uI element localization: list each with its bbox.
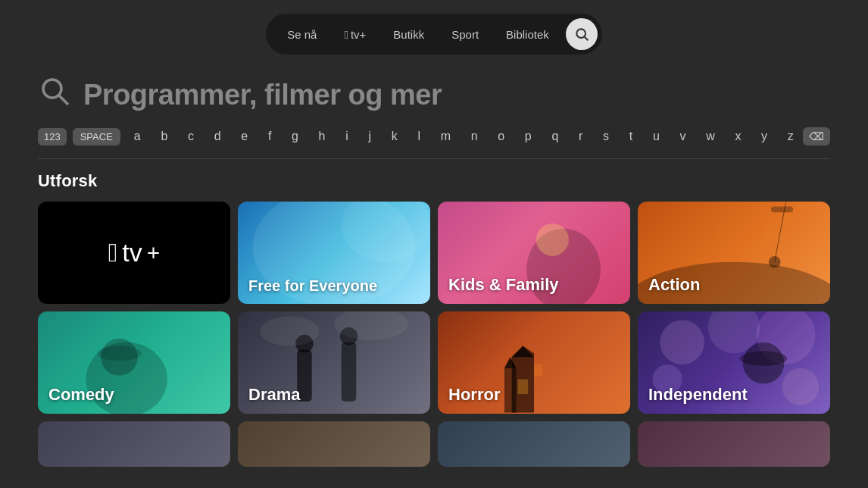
genre-label-independent: Independent	[648, 385, 748, 405]
genre-grid-row2: Comedy Drama Horror	[0, 304, 868, 414]
key-t[interactable]: t	[626, 127, 635, 146]
nav-item-bibliotek[interactable]: Bibliotek	[492, 22, 563, 47]
key-d[interactable]: d	[211, 127, 224, 146]
genre-label-horror: Horror	[448, 385, 500, 405]
genre-card-action[interactable]: Action	[638, 202, 830, 304]
key-a[interactable]: a	[131, 127, 144, 146]
svg-point-14	[97, 346, 142, 361]
svg-point-7	[536, 224, 569, 256]
key-x[interactable]: x	[732, 127, 744, 146]
genre-card-partial-3[interactable]	[438, 421, 630, 467]
keyboard-divider	[38, 158, 830, 159]
nav-apple-tv-label: tv+	[351, 28, 366, 41]
keys-alpha: a b c d e f g h i j k l m n o p q r s t …	[131, 127, 797, 146]
svg-point-27	[660, 320, 704, 364]
search-button[interactable]	[566, 18, 598, 50]
key-c[interactable]: c	[185, 127, 197, 146]
key-p[interactable]: p	[522, 127, 535, 146]
genre-card-free-for-everyone[interactable]: Free for Everyone	[238, 202, 430, 304]
key-g[interactable]: g	[289, 127, 301, 146]
genre-card-horror[interactable]: Horror	[438, 311, 630, 414]
utforsk-label: Utforsk	[0, 171, 868, 202]
svg-point-0	[576, 29, 585, 38]
key-h[interactable]: h	[316, 127, 329, 146]
genre-card-drama[interactable]: Drama	[238, 311, 430, 414]
svg-rect-26	[534, 364, 543, 377]
key-b[interactable]: b	[158, 127, 170, 146]
genre-card-apple-tv-plus[interactable]:  tv +	[38, 202, 230, 304]
search-large-icon	[38, 74, 71, 113]
svg-rect-11	[771, 206, 793, 212]
svg-line-3	[59, 95, 68, 105]
nav-item-butikk[interactable]: Butikk	[379, 22, 438, 47]
svg-point-2	[43, 80, 61, 98]
svg-point-33	[740, 351, 788, 366]
key-f[interactable]: f	[265, 127, 274, 146]
genre-grid-row1:  tv + Free for Everyone Kids & Family	[0, 202, 868, 304]
genre-label-drama: Drama	[248, 385, 300, 405]
key-w[interactable]: w	[703, 127, 718, 146]
svg-point-30	[782, 368, 820, 405]
nav-item-se-na[interactable]: Se nå	[273, 22, 330, 47]
key-m[interactable]: m	[438, 127, 454, 146]
key-n[interactable]: n	[468, 127, 481, 146]
apple-logo-icon: 	[344, 28, 348, 41]
nav-item-sport[interactable]: Sport	[438, 22, 492, 47]
tv-text: tv	[122, 238, 142, 267]
key-o[interactable]: o	[495, 127, 507, 146]
key-v[interactable]: v	[676, 127, 688, 146]
svg-rect-23	[518, 379, 529, 394]
key-k[interactable]: k	[389, 127, 401, 146]
key-z[interactable]: z	[785, 127, 797, 146]
nav-item-apple-tv-plus[interactable]:  tv+	[330, 22, 379, 47]
genre-card-comedy[interactable]: Comedy	[38, 311, 230, 414]
key-delete[interactable]: ⌫	[803, 127, 830, 145]
svg-point-10	[769, 256, 781, 268]
key-y[interactable]: y	[758, 127, 770, 146]
genre-label-kids-family: Kids & Family	[448, 275, 558, 295]
genre-grid-row3-partial	[0, 414, 868, 467]
apple-tv-plus-logo:  tv +	[108, 238, 160, 267]
key-q[interactable]: q	[548, 127, 561, 146]
svg-line-1	[585, 37, 589, 41]
key-u[interactable]: u	[650, 127, 663, 146]
keyboard-row: 123 SPACE a b c d e f g h i j k l m n o …	[0, 122, 868, 155]
genre-card-independent[interactable]: Independent	[638, 311, 830, 414]
genre-card-partial-1[interactable]	[38, 421, 230, 467]
top-navigation: Se nå  tv+ Butikk Sport Bibliotek	[0, 0, 868, 64]
plus-text: +	[147, 240, 161, 266]
genre-label-free-for-everyone: Free for Everyone	[248, 277, 377, 295]
svg-point-19	[260, 316, 319, 346]
key-j[interactable]: j	[365, 127, 374, 146]
nav-pill: Se nå  tv+ Butikk Sport Bibliotek	[266, 14, 602, 55]
key-space[interactable]: SPACE	[73, 128, 120, 145]
search-icon	[574, 27, 589, 42]
key-123[interactable]: 123	[38, 128, 67, 145]
key-r[interactable]: r	[576, 127, 585, 146]
key-e[interactable]: e	[238, 127, 251, 146]
apple-icon: 	[108, 238, 117, 267]
key-l[interactable]: l	[414, 127, 423, 146]
genre-label-action: Action	[648, 275, 700, 295]
key-s[interactable]: s	[600, 127, 612, 146]
genre-card-partial-4[interactable]	[638, 421, 830, 467]
genre-label-comedy: Comedy	[48, 385, 114, 405]
genre-card-partial-2[interactable]	[238, 421, 430, 467]
search-area: Programmer, filmer og mer	[0, 64, 868, 122]
search-placeholder-text: Programmer, filmer og mer	[83, 79, 442, 111]
key-i[interactable]: i	[342, 127, 351, 146]
svg-rect-17	[342, 343, 357, 402]
genre-card-kids-family[interactable]: Kids & Family	[438, 202, 630, 304]
